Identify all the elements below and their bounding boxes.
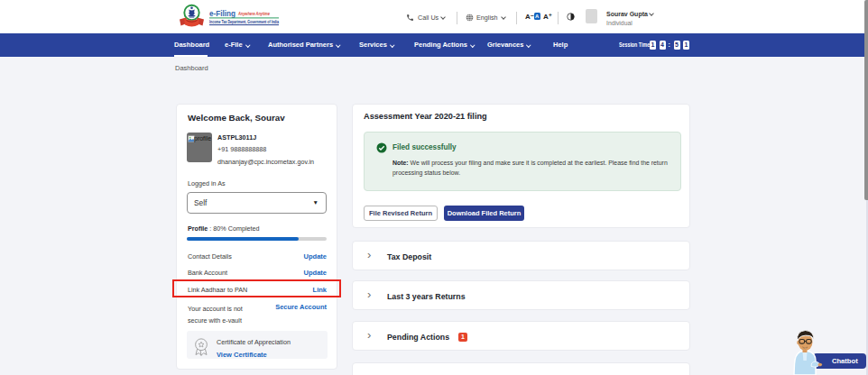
svg-text:Anywhere Anytime: Anywhere Anytime bbox=[237, 11, 270, 16]
svg-text:e-Filing: e-Filing bbox=[209, 8, 235, 18]
svg-text:Income Tax Department, Governm: Income Tax Department, Government of Ind… bbox=[209, 18, 279, 24]
